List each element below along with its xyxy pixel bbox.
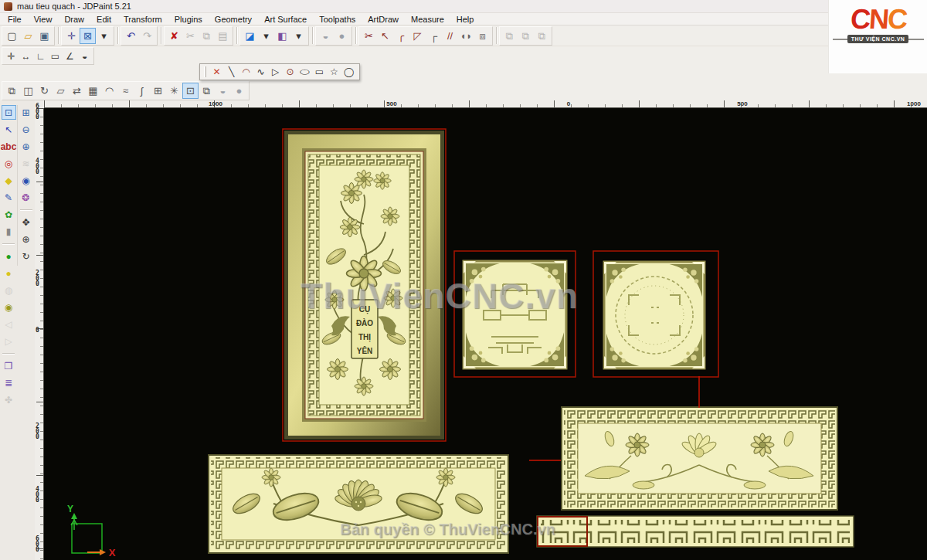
zoom-window-icon[interactable]: ⊞ [19, 105, 33, 120]
design-canvas[interactable]: CỤ ĐÀO THỊ YÊN [44, 108, 927, 560]
point-coord-icon[interactable]: ✛ [4, 49, 19, 63]
copy-icon[interactable]: ⧉ [199, 28, 215, 44]
prev-icon[interactable]: ◁ [2, 317, 16, 331]
menu-item[interactable]: Edit [90, 14, 117, 25]
regroup-icon[interactable]: ⧉ [534, 28, 550, 44]
menu-item[interactable]: Transform [117, 14, 168, 25]
cut-icon[interactable]: ✂ [182, 28, 199, 44]
chamfer-corner-icon[interactable]: ◸ [409, 28, 426, 44]
mirror-icon[interactable]: ◫ [20, 83, 36, 99]
curve-icon[interactable]: ∿ [253, 65, 268, 80]
eye-zoom-icon[interactable]: ❂ [19, 190, 33, 205]
leaf-icon[interactable]: ✤ [2, 392, 16, 407]
flower-tool-icon[interactable]: ✿ [2, 207, 16, 222]
paste-icon[interactable]: ▤ [215, 28, 231, 44]
undo-icon[interactable]: ↶ [123, 28, 139, 44]
menu-item[interactable]: Draw [58, 14, 90, 25]
arc-icon[interactable]: ◠ [239, 65, 253, 80]
refresh-icon[interactable]: ↻ [19, 249, 33, 263]
text-tool-icon[interactable]: abc [0, 139, 17, 154]
star-icon[interactable]: ☆ [327, 65, 341, 80]
delete-icon[interactable]: ✘ [166, 28, 182, 44]
flatten-icon[interactable]: ◖◗ [458, 28, 474, 44]
rectangle-icon[interactable]: ▭ [312, 65, 327, 80]
center-circle-icon[interactable]: ⊙ [283, 65, 297, 80]
lotus-panel-right[interactable] [529, 376, 837, 510]
target-icon[interactable]: ◎ [2, 156, 16, 171]
rotate-icon[interactable]: ↻ [36, 83, 53, 99]
brush-tool-icon[interactable]: ✎ [2, 190, 16, 205]
sculpt-icon[interactable]: ≈ [117, 83, 134, 99]
light-off-icon[interactable]: ◍ [2, 283, 16, 297]
rect-dim-icon[interactable]: ▭ [48, 49, 63, 63]
zoom-out-icon[interactable]: ⊖ [19, 122, 33, 137]
offset-contour-icon[interactable]: ⧈ [474, 28, 491, 44]
flip-icon[interactable]: ⇄ [69, 83, 85, 99]
menu-item[interactable]: Geometry [209, 14, 258, 25]
polygon-icon[interactable]: ▷ [268, 65, 283, 80]
toolbar-grip[interactable] [204, 66, 206, 77]
surface-mode-icon[interactable]: ◪ [242, 28, 258, 44]
next-icon[interactable]: ▷ [2, 334, 16, 348]
menu-item[interactable]: Toolpaths [313, 14, 362, 25]
horizontal-ruler[interactable]: 100050005001000 [44, 100, 927, 108]
square-panel-circle[interactable] [593, 251, 718, 377]
relief-shield-icon[interactable]: ● [334, 28, 350, 44]
node-curve-icon[interactable]: ʃ [134, 83, 150, 99]
circle-icon[interactable]: ◯ [341, 65, 356, 80]
ellipse-icon[interactable]: ◯ [297, 65, 312, 80]
gauge-icon[interactable]: ▮ [2, 224, 16, 239]
sketch-view-icon[interactable]: ≋ [19, 156, 33, 171]
menu-item[interactable]: Help [450, 14, 480, 25]
offset-copy-icon[interactable]: ⧉ [4, 83, 20, 99]
menu-item[interactable]: File [2, 14, 28, 25]
eye-icon[interactable]: ◉ [19, 173, 33, 188]
pages-icon[interactable]: ❐ [2, 358, 16, 373]
node-edit-icon[interactable]: ↖ [2, 122, 16, 137]
light-all-icon[interactable]: ● [2, 249, 16, 263]
solid-dropdown-icon[interactable]: ▾ [290, 28, 307, 44]
pick-arrow-icon[interactable]: ↖ [377, 28, 393, 44]
block-ref-icon[interactable]: ⧉ [199, 83, 215, 99]
surface-dropdown-icon[interactable]: ▾ [258, 28, 274, 44]
select-dropdown-icon[interactable]: ▾ [96, 28, 112, 44]
matrix-icon[interactable]: ▦ [85, 83, 101, 99]
light-add-icon[interactable]: ◉ [2, 300, 16, 314]
select-tool-icon[interactable]: ⊡ [2, 105, 16, 120]
open-folder-icon[interactable]: ▱ [20, 28, 36, 44]
relief-dome-icon[interactable]: ◒ [317, 28, 334, 44]
draw-toolbar[interactable]: ✕╲◠∿▷⊙◯▭☆◯ [199, 63, 360, 80]
solid-mode-icon[interactable]: ◧ [274, 28, 290, 44]
group-icon[interactable]: ⧉ [501, 28, 518, 44]
layer-list-icon[interactable]: ≣ [2, 375, 16, 390]
step-dim-icon[interactable]: ∟ [33, 49, 48, 63]
menu-item[interactable]: Measure [405, 14, 450, 25]
fill-tool-icon[interactable]: ◆ [2, 173, 16, 188]
skew-icon[interactable]: ▱ [53, 83, 69, 99]
ungroup-icon[interactable]: ⧉ [518, 28, 534, 44]
select-rect-icon[interactable]: ⊠ [80, 28, 96, 44]
vertical-ruler[interactable]: 6004002000200400600 [35, 108, 44, 560]
redo-icon[interactable]: ↷ [139, 28, 155, 44]
menu-item[interactable]: ArtDraw [362, 14, 405, 25]
multi-trim-icon[interactable]: // [442, 28, 458, 44]
zoom-select-icon[interactable]: ⊕ [19, 232, 33, 246]
curve-measure-icon[interactable]: ◒ [77, 49, 92, 63]
relief-dome2-icon[interactable]: ◒ [215, 83, 231, 99]
trim-icon[interactable]: ✂ [361, 28, 377, 44]
save-icon[interactable]: ▣ [36, 28, 53, 44]
new-file-icon[interactable]: ▢ [4, 28, 20, 44]
grid-array-icon[interactable]: ⊞ [150, 83, 166, 99]
arc-array-icon[interactable]: ◠ [101, 83, 117, 99]
move-cross-icon[interactable]: ✛ [63, 28, 80, 44]
zoom-in-icon[interactable]: ⊕ [19, 139, 33, 154]
close-rect-icon[interactable]: ┌ [426, 28, 442, 44]
fillet-corner-icon[interactable]: ╭ [393, 28, 409, 44]
angle-dim-icon[interactable]: ∠ [63, 49, 77, 63]
menu-item[interactable]: Art Surface [258, 14, 313, 25]
line-icon[interactable]: ╲ [224, 65, 239, 80]
menu-item[interactable]: Plugins [168, 14, 209, 25]
close-toolbar-icon[interactable]: ✕ [209, 65, 224, 80]
linear-dim-icon[interactable]: ↔ [19, 49, 33, 63]
menu-item[interactable]: View [28, 14, 59, 25]
